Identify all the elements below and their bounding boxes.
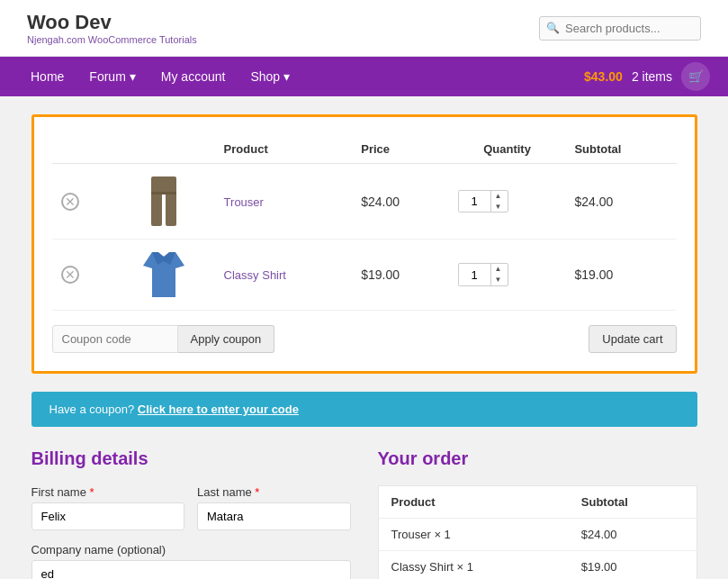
required-mark: *: [255, 485, 259, 499]
trouser-link[interactable]: Trouser: [224, 195, 264, 209]
company-group: Company name (optional): [31, 543, 351, 579]
first-name-label: First name *: [31, 485, 185, 499]
cart-icon[interactable]: 🛒: [681, 62, 710, 91]
qty-cell: ▲ ▼: [449, 164, 566, 240]
coupon-notice: Have a coupon? Click here to enter your …: [31, 392, 697, 427]
image-cell: [113, 240, 215, 311]
site-nav: Home Forum ▾ My account Shop ▾ $43.00 2 …: [0, 57, 728, 96]
shirt-link[interactable]: Classy Shirt: [224, 268, 286, 282]
order-row: Classy Shirt × 1 $19.00: [378, 551, 697, 580]
col-price: Price: [352, 135, 448, 164]
col-image: [113, 135, 215, 164]
trouser-price: $24.00: [361, 195, 400, 209]
cart-table-header: Product Price Quantity Subtotal: [52, 135, 677, 164]
cart-row-trouser: ✕ Trouser $: [52, 164, 677, 240]
shirt-price: $19.00: [361, 267, 400, 282]
qty-arrows: ▲ ▼: [490, 264, 506, 285]
subtotal-cell: $24.00: [565, 164, 676, 240]
trouser-subtotal: $24.00: [574, 195, 613, 209]
col-product: Product: [215, 135, 353, 164]
nav-item-myaccount[interactable]: My account: [148, 57, 238, 96]
name-row: First name * Last name *: [31, 485, 351, 543]
main-content: Product Price Quantity Subtotal ✕: [22, 114, 706, 579]
site-subtitle: Njengah.com WooCommerce Tutorials: [27, 34, 197, 45]
search-input[interactable]: [539, 16, 701, 41]
qty-down-button[interactable]: ▼: [491, 202, 506, 213]
nav-item-shop[interactable]: Shop ▾: [238, 57, 302, 96]
shirt-qty-input[interactable]: [459, 265, 490, 285]
company-label: Company name (optional): [31, 543, 351, 556]
svg-rect-1: [151, 193, 162, 226]
order-row-label: Trouser × 1: [378, 519, 569, 551]
qty-arrows: ▲ ▼: [490, 191, 506, 212]
cart-footer: Apply coupon Update cart: [52, 325, 677, 353]
shirt-subtotal: $19.00: [574, 267, 613, 282]
chevron-down-icon: ▾: [283, 69, 290, 84]
nav-item-forum[interactable]: Forum ▾: [76, 57, 148, 96]
search-wrap: 🔍: [539, 16, 701, 41]
order-table-header: Product Subtotal: [378, 486, 697, 519]
order-row-value: $19.00: [569, 551, 697, 580]
company-input[interactable]: [31, 560, 351, 579]
col-quantity: Quantity: [449, 135, 566, 164]
price-cell: $19.00: [352, 240, 448, 311]
search-icon: 🔍: [546, 22, 560, 34]
image-cell: [113, 164, 215, 240]
two-col: Billing details First name * Last name *…: [31, 448, 697, 579]
trouser-image: [151, 176, 176, 226]
col-subtotal: Subtotal: [565, 135, 676, 164]
order-title: Your order: [378, 448, 697, 469]
trouser-qty-wrap: ▲ ▼: [458, 190, 508, 213]
cart-items-count: 2 items: [632, 69, 672, 84]
nav-left: Home Forum ▾ My account Shop ▾: [18, 57, 302, 96]
site-title: Woo Dev: [27, 11, 197, 34]
last-name-input[interactable]: [197, 502, 351, 530]
site-branding: Woo Dev Njengah.com WooCommerce Tutorial…: [27, 11, 197, 45]
coupon-area: Apply coupon: [52, 325, 275, 353]
first-name-input[interactable]: [31, 502, 185, 530]
shirt-image: [143, 252, 184, 297]
trouser-qty-input[interactable]: [459, 191, 490, 212]
col-remove: [52, 135, 113, 164]
qty-down-button[interactable]: ▼: [491, 275, 506, 285]
last-name-label: Last name *: [197, 485, 351, 499]
site-header: Woo Dev Njengah.com WooCommerce Tutorial…: [0, 0, 728, 57]
site-subtitle-link[interactable]: Njengah.com WooCommerce Tutorials: [27, 34, 197, 45]
qty-cell: ▲ ▼: [449, 240, 566, 311]
order-col: Your order Product Subtotal Trouser × 1 …: [378, 448, 697, 579]
order-product-col: Product: [378, 486, 569, 519]
order-subtotal-col: Subtotal: [569, 486, 697, 519]
qty-up-button[interactable]: ▲: [491, 264, 506, 275]
billing-title: Billing details: [31, 448, 351, 469]
nav-right: $43.00 2 items 🛒: [584, 62, 710, 91]
cart-amount: $43.00: [584, 69, 623, 84]
remove-cell: ✕: [52, 164, 113, 240]
subtotal-cell: $19.00: [565, 240, 676, 311]
apply-coupon-button[interactable]: Apply coupon: [178, 325, 275, 353]
chevron-down-icon: ▾: [130, 69, 136, 84]
cart-box: Product Price Quantity Subtotal ✕: [31, 114, 697, 374]
order-row-value: $24.00: [569, 519, 697, 551]
order-table: Product Subtotal Trouser × 1 $24.00 Clas…: [378, 485, 697, 579]
billing-col: Billing details First name * Last name *…: [31, 448, 351, 579]
svg-rect-3: [151, 192, 176, 195]
price-cell: $24.00: [352, 164, 448, 240]
coupon-notice-text: Have a coupon?: [49, 403, 135, 416]
cart-row-shirt: ✕ Classy Shirt $19.00: [52, 240, 677, 311]
order-row: Trouser × 1 $24.00: [378, 519, 697, 551]
remove-cell: ✕: [52, 240, 113, 311]
cart-table: Product Price Quantity Subtotal ✕: [52, 135, 677, 311]
remove-trouser-button[interactable]: ✕: [61, 193, 79, 211]
shirt-qty-wrap: ▲ ▼: [458, 263, 508, 285]
name-cell: Trouser: [215, 164, 353, 240]
name-cell: Classy Shirt: [215, 240, 353, 311]
required-mark: *: [90, 485, 94, 499]
first-name-group: First name *: [31, 485, 185, 530]
remove-shirt-button[interactable]: ✕: [61, 266, 79, 284]
update-cart-button[interactable]: Update cart: [589, 325, 676, 353]
coupon-input[interactable]: [52, 325, 178, 353]
coupon-notice-link[interactable]: Click here to enter your code: [138, 403, 299, 416]
nav-item-home[interactable]: Home: [18, 57, 76, 96]
last-name-group: Last name *: [197, 485, 351, 530]
qty-up-button[interactable]: ▲: [491, 191, 506, 202]
